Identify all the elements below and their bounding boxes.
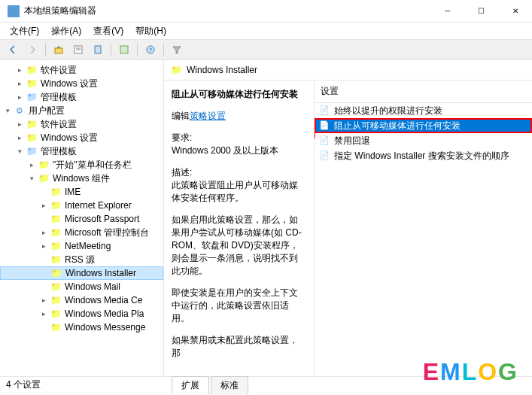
tree-node-windows-messenger[interactable]: Windows Messenge <box>0 321 163 334</box>
desc-paragraph: 如果启用此策略设置，那么，如果用户尝试从可移动媒体(如 CD-ROM、软盘和 D… <box>172 214 306 278</box>
setting-label: 指定 Windows Installer 搜索安装文件的顺序 <box>334 150 509 163</box>
tree-node-microsoft-mgmt[interactable]: ▸Microsoft 管理控制台 <box>0 226 163 239</box>
tree-node-internet-explorer[interactable]: ▸Internet Explorer <box>0 199 163 212</box>
gear-icon <box>14 105 26 116</box>
filter-button[interactable] <box>168 41 186 58</box>
window-controls: ─ ☐ ✕ <box>430 0 532 23</box>
chevron-down-icon[interactable]: ▾ <box>15 147 24 156</box>
folder-icon <box>50 200 62 211</box>
chevron-right-icon[interactable]: ▸ <box>39 201 48 210</box>
setting-item-search-order[interactable]: 指定 Windows Installer 搜索安装文件的顺序 <box>315 148 532 163</box>
menu-view[interactable]: 查看(V) <box>87 23 129 39</box>
desc-paragraph: 即使安装是在用户的安全上下文中运行的，此策略设置依旧适用。 <box>172 287 306 325</box>
close-button[interactable]: ✕ <box>498 0 532 23</box>
tree-node-admin-templates-2[interactable]: ▾管理模板 <box>0 144 163 158</box>
tree-label: IME <box>65 187 81 197</box>
chevron-right-icon[interactable]: ▸ <box>39 296 48 305</box>
menubar: 文件(F) 操作(A) 查看(V) 帮助(H) <box>0 23 532 39</box>
folder-icon <box>50 281 62 292</box>
content-title: Windows Installer <box>187 65 257 75</box>
folder-icon <box>38 160 50 170</box>
tree-label: "开始"菜单和任务栏 <box>53 159 132 172</box>
tree-node-microsoft-passport[interactable]: Microsoft Passport <box>0 212 163 226</box>
tree-node-rss[interactable]: RSS 源 <box>0 253 163 266</box>
tree-node-windows-settings-2[interactable]: ▸Windows 设置 <box>0 131 163 144</box>
desc-paragraph: 如果禁用或未配置此策略设置，那 <box>172 334 306 360</box>
forward-button[interactable] <box>23 41 41 58</box>
svg-text:?: ? <box>149 47 153 53</box>
app-icon <box>8 5 20 17</box>
tree-label: Internet Explorer <box>65 200 132 211</box>
setting-item-elevated[interactable]: 始终以提升的权限进行安装 <box>315 103 532 118</box>
tree-node-ime[interactable]: IME <box>0 185 163 199</box>
tree-label: 软件设置 <box>41 64 77 77</box>
titlebar: 本地组策略编辑器 ─ ☐ ✕ <box>0 0 532 23</box>
tabs-footer: 扩展 标准 <box>164 376 532 394</box>
chevron-right-icon[interactable]: ▸ <box>15 65 24 74</box>
status-text: 4 个设置 <box>6 378 41 391</box>
tree-node-software-settings[interactable]: ▸软件设置 <box>0 63 163 77</box>
tab-extended[interactable]: 扩展 <box>172 376 209 394</box>
toolbar-separator <box>137 43 138 56</box>
tree-node-admin-templates[interactable]: ▸管理模板 <box>0 90 163 104</box>
maximize-button[interactable]: ☐ <box>464 0 498 23</box>
tree-node-software-settings-2[interactable]: ▸软件设置 <box>0 117 163 131</box>
tree-label: Windows Messenge <box>65 322 145 333</box>
tree-node-user-config[interactable]: ▾用户配置 <box>0 104 163 117</box>
svg-rect-5 <box>120 46 128 53</box>
folder-icon <box>26 65 38 75</box>
help-button[interactable]: ? <box>141 41 160 58</box>
tree-node-windows-settings[interactable]: ▸Windows 设置 <box>0 77 163 90</box>
chevron-right-icon[interactable]: ▸ <box>39 309 48 318</box>
tree-node-windows-installer[interactable]: Windows Installer <box>0 266 163 280</box>
tree-node-windows-media-player[interactable]: ▸Windows Media Pla <box>0 307 163 321</box>
chevron-down-icon[interactable]: ▾ <box>3 106 12 115</box>
properties-button[interactable] <box>69 41 87 58</box>
tree-node-start-menu[interactable]: ▸"开始"菜单和任务栏 <box>0 158 163 172</box>
settings-column-header[interactable]: 设置 <box>315 81 532 103</box>
back-button[interactable] <box>4 41 22 58</box>
chevron-right-icon[interactable]: ▸ <box>39 242 48 251</box>
chevron-right-icon[interactable]: ▸ <box>15 93 24 102</box>
policy-icon <box>319 120 331 131</box>
setting-label: 禁用回退 <box>334 135 370 147</box>
chevron-down-icon[interactable]: ▾ <box>27 174 36 183</box>
tree-label: 软件设置 <box>41 118 77 131</box>
tab-standard[interactable]: 标准 <box>211 376 248 394</box>
policy-settings-link[interactable]: 策略设置 <box>190 111 226 121</box>
chevron-right-icon[interactable]: ▸ <box>27 160 36 169</box>
chevron-right-icon[interactable]: ▸ <box>15 133 24 142</box>
tree-node-windows-components[interactable]: ▾Windows 组件 <box>0 172 163 185</box>
menu-file[interactable]: 文件(F) <box>4 23 45 39</box>
minimize-button[interactable]: ─ <box>430 0 464 23</box>
tree-panel[interactable]: ▸软件设置 ▸Windows 设置 ▸管理模板 ▾用户配置 ▸软件设置 ▸Win… <box>0 60 164 376</box>
tree-node-netmeeting[interactable]: ▸NetMeeting <box>0 239 163 253</box>
menu-action[interactable]: 操作(A) <box>45 23 87 39</box>
description-panel: 阻止从可移动媒体进行任何安装 编辑策略设置 要求: Windows 2000 及… <box>164 81 315 376</box>
menu-help[interactable]: 帮助(H) <box>129 23 172 39</box>
refresh-button[interactable] <box>115 41 133 58</box>
folder-icon <box>50 241 62 251</box>
main-area: ▸软件设置 ▸Windows 设置 ▸管理模板 ▾用户配置 ▸软件设置 ▸Win… <box>0 60 532 376</box>
svg-rect-4 <box>95 46 101 53</box>
edit-section: 编辑策略设置 <box>172 110 306 123</box>
up-button[interactable] <box>50 41 68 58</box>
setting-item-disable-rollback[interactable]: 禁用回退 <box>315 133 532 148</box>
edit-label: 编辑 <box>172 111 190 121</box>
tree-label: Microsoft 管理控制台 <box>65 226 149 239</box>
tree-label: Windows Installer <box>65 268 136 278</box>
chevron-right-icon[interactable]: ▸ <box>15 79 24 88</box>
chevron-right-icon[interactable]: ▸ <box>15 120 24 129</box>
tree-label: Windows 组件 <box>53 172 110 185</box>
folder-icon <box>50 322 62 333</box>
tree-node-windows-media-center[interactable]: ▸Windows Media Ce <box>0 293 163 307</box>
setting-item-block-removable[interactable]: 阻止从可移动媒体进行任何安装 <box>315 118 532 133</box>
export-button[interactable] <box>89 41 107 58</box>
description-section: 描述: 此策略设置阻止用户从可移动媒体安装任何程序。 <box>172 166 306 205</box>
settings-panel: 设置 始终以提升的权限进行安装 阻止从可移动媒体进行任何安装 禁用回退 指定 W… <box>315 81 532 376</box>
tree-label: Windows Media Ce <box>65 295 142 305</box>
tree-node-windows-mail[interactable]: Windows Mail <box>0 280 163 293</box>
folder-icon <box>26 78 38 89</box>
folder-icon <box>50 268 62 278</box>
chevron-right-icon[interactable]: ▸ <box>39 228 48 237</box>
